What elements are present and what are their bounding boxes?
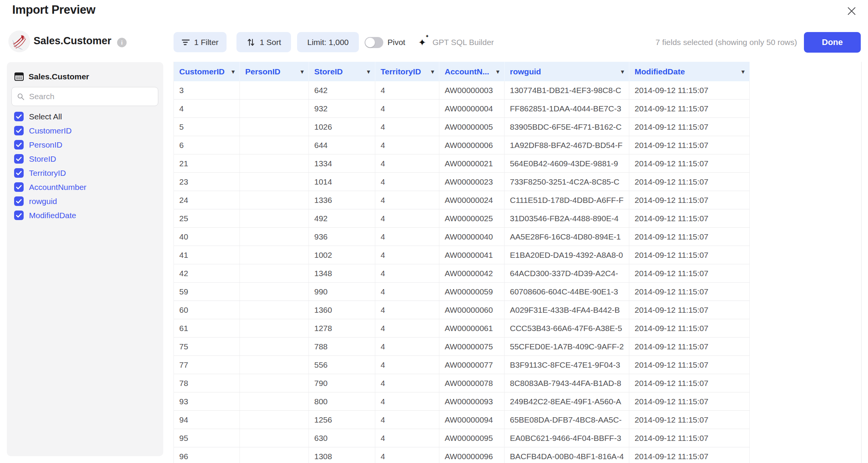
search-box[interactable] <box>11 87 158 106</box>
table-cell <box>240 100 309 117</box>
table-cell <box>240 319 309 337</box>
table-cell: 788 <box>309 338 375 355</box>
checkbox-checked[interactable] <box>14 196 24 206</box>
checkbox-checked[interactable] <box>14 211 24 220</box>
checkbox-checked[interactable] <box>14 182 24 192</box>
checkbox-checked[interactable] <box>14 154 24 164</box>
table-cell: AW00000042 <box>439 264 505 282</box>
field-label: AccountNumber <box>29 183 87 192</box>
column-header-modifieddate[interactable]: ModifiedDate▾ <box>629 62 750 81</box>
gpt-sql-builder-label: GPT SQL Builder <box>432 38 494 47</box>
table-cell: 40 <box>174 228 240 246</box>
column-header-customerid[interactable]: CustomerID▾ <box>174 62 240 81</box>
table-cell: 1A92DF88-BFA2-467D-BD54-F <box>505 136 629 154</box>
field-label: Select All <box>29 112 62 121</box>
field-checkbox-row-rowguid[interactable]: rowguid <box>14 196 87 206</box>
filter-button[interactable]: 1 Filter <box>174 32 227 52</box>
column-dropdown-arrow-icon[interactable]: ▾ <box>431 68 434 75</box>
table-cell: 932 <box>309 100 375 117</box>
table-cell: AW00000094 <box>439 411 505 429</box>
field-label: rowguid <box>29 197 57 206</box>
table-cell: 8C8083AB-7943-44FA-B1AD-8 <box>505 374 629 392</box>
column-dropdown-arrow-icon[interactable]: ▾ <box>741 68 744 75</box>
select-all-checkbox-row[interactable]: Select All <box>14 112 87 121</box>
table-cell <box>240 118 309 136</box>
table-cell: 2014-09-12 11:15:07 <box>629 447 750 463</box>
table-cell: 2014-09-12 11:15:07 <box>629 392 750 410</box>
info-icon[interactable]: i <box>117 38 127 47</box>
field-checkbox-row-storeid[interactable]: StoreID <box>14 154 87 164</box>
column-header-territoryid[interactable]: TerritoryID▾ <box>375 62 439 81</box>
column-dropdown-arrow-icon[interactable]: ▾ <box>496 68 499 75</box>
checkmark-icon <box>16 171 22 175</box>
table-cell: 4 <box>375 338 439 355</box>
search-icon <box>17 93 24 101</box>
table-cell: 55CFED0E-1A7B-409C-9AFF-2 <box>505 338 629 355</box>
field-checkbox-row-territoryid[interactable]: TerritoryID <box>14 168 87 178</box>
table-cell: 4 <box>375 319 439 337</box>
table-cell <box>240 301 309 319</box>
table-cell: 4 <box>375 191 439 209</box>
limit-button-label: Limit: 1,000 <box>307 38 349 47</box>
table-cell: 2014-09-12 11:15:07 <box>629 301 750 319</box>
table-row: 757884AW0000007555CFED0E-1A7B-409C-9AFF-… <box>174 338 750 356</box>
column-header-personid[interactable]: PersonID▾ <box>240 62 309 81</box>
field-checkbox-row-customerid[interactable]: CustomerID <box>14 126 87 135</box>
checkbox-checked[interactable] <box>14 126 24 135</box>
column-dropdown-arrow-icon[interactable]: ▾ <box>367 68 370 75</box>
table-cell: CCC53B43-66A6-47F6-A38E-5 <box>505 319 629 337</box>
field-label: PersonID <box>29 140 63 150</box>
table-cell: 95 <box>174 429 240 447</box>
column-header-label: ModifiedDate <box>635 67 685 76</box>
table-cell <box>240 228 309 246</box>
table-row: 956304AW00000095EA0BC621-9466-4F04-BBFF-… <box>174 429 750 447</box>
table-cell: 2014-09-12 11:15:07 <box>629 118 750 136</box>
done-button[interactable]: Done <box>804 32 861 53</box>
table-cell: FF862851-1DAA-4044-BE7C-3 <box>505 100 629 117</box>
table-cell: 59 <box>174 283 240 301</box>
checkbox-checked[interactable] <box>14 112 24 121</box>
field-checkbox-row-modifieddate[interactable]: ModifiedDate <box>14 211 87 220</box>
column-header-accountn[interactable]: AccountN...▾ <box>439 62 505 81</box>
table-cell: 249B42C2-8EAE-49F1-A560-A <box>505 392 629 410</box>
column-header-rowguid[interactable]: rowguid▾ <box>505 62 629 81</box>
table-cell: EA0BC621-9466-4F04-BBFF-3 <box>505 429 629 447</box>
checkbox-checked[interactable] <box>14 168 24 178</box>
column-header-storeid[interactable]: StoreID▾ <box>309 62 375 81</box>
table-cell: AW00000077 <box>439 356 505 374</box>
table-row: 6112784AW00000061CCC53B43-66A6-47F6-A38E… <box>174 319 750 338</box>
column-header-label: rowguid <box>510 67 541 76</box>
sort-button[interactable]: 1 Sort <box>236 32 291 52</box>
table-cell <box>240 191 309 209</box>
limit-button[interactable]: Limit: 1,000 <box>297 32 359 52</box>
table-cell: 25 <box>174 209 240 227</box>
table-cell: 41 <box>174 246 240 264</box>
table-cell: AW00000040 <box>439 228 505 246</box>
column-dropdown-arrow-icon[interactable]: ▾ <box>621 68 624 75</box>
pivot-toggle[interactable] <box>365 37 383 48</box>
table-cell: 4 <box>375 411 439 429</box>
field-checkbox-list: Select AllCustomerIDPersonIDStoreIDTerri… <box>14 112 87 220</box>
table-cell: 4 <box>375 246 439 264</box>
field-checkbox-row-personid[interactable]: PersonID <box>14 140 87 150</box>
table-cell: AW00000005 <box>439 118 505 136</box>
checkmark-icon <box>16 129 22 133</box>
gpt-sql-builder-button[interactable]: ✦✦ GPT SQL Builder <box>416 37 494 48</box>
table-cell: 4 <box>375 118 439 136</box>
table-cell <box>240 411 309 429</box>
table-row: 49324AW00000004FF862851-1DAA-4044-BE7C-3… <box>174 100 750 118</box>
table-cell: 2014-09-12 11:15:07 <box>629 411 750 429</box>
column-dropdown-arrow-icon[interactable]: ▾ <box>301 68 304 75</box>
checkbox-checked[interactable] <box>14 140 24 150</box>
table-cell: 2014-09-12 11:15:07 <box>629 283 750 301</box>
table-cell: 1336 <box>309 191 375 209</box>
close-icon[interactable] <box>844 4 859 18</box>
column-dropdown-arrow-icon[interactable]: ▾ <box>231 68 235 75</box>
table-cell: 990 <box>309 283 375 301</box>
checkmark-icon <box>16 114 22 119</box>
sql-server-logo-icon <box>8 31 30 52</box>
field-checkbox-row-accountnumber[interactable]: AccountNumber <box>14 182 87 192</box>
table-cell: AA5E28F6-16C8-4D80-894E-1 <box>505 228 629 246</box>
search-input[interactable] <box>29 92 153 101</box>
table-cell: 4 <box>375 356 439 374</box>
